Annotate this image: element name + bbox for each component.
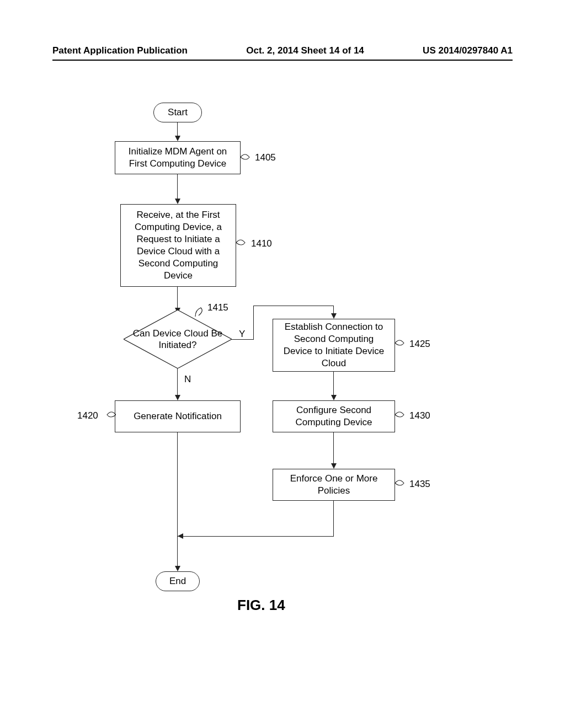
edge-1425-1430: [333, 372, 334, 396]
step-1410: Receive, at the First Computing Device, …: [120, 204, 236, 287]
flowchart: Start Initialize MDM Agent on First Comp…: [0, 0, 565, 728]
lead-1430: [395, 409, 408, 420]
end-terminal: End: [156, 571, 200, 591]
lead-1425: [395, 338, 408, 349]
lead-1415: [193, 306, 206, 319]
edge-1415-yes-h1: [232, 339, 254, 340]
step-1405: Initialize MDM Agent on First Computing …: [115, 141, 241, 174]
edge-merge-end-head: [175, 566, 180, 571]
start-terminal: Start: [153, 103, 202, 122]
lead-1435: [395, 478, 408, 489]
edge-1425-1430-head: [331, 395, 337, 400]
lead-1410: [236, 237, 249, 248]
step-1435-label: Enforce One or More Policies: [279, 473, 389, 497]
edge-1405-1410: [177, 174, 178, 200]
edge-1415-yes-v1: [253, 306, 254, 340]
ref-1410: 1410: [251, 238, 272, 249]
ref-1420: 1420: [77, 410, 98, 421]
step-1420: Generate Notification: [115, 400, 241, 432]
step-1435: Enforce One or More Policies: [273, 469, 395, 501]
edge-merge-head: [178, 533, 183, 539]
step-1420-label: Generate Notification: [134, 410, 222, 422]
edge-1435-left: [178, 536, 334, 537]
ref-1435: 1435: [409, 479, 430, 490]
ref-1425: 1425: [409, 339, 430, 350]
edge-1415-yes-head: [331, 313, 337, 319]
edge-1430-1435-head: [331, 463, 337, 469]
step-1430: Configure Second Computing Device: [273, 400, 395, 432]
edge-1415-no: [177, 368, 178, 396]
edge-1435-down: [333, 501, 334, 536]
branch-no: N: [184, 374, 191, 385]
edge-1410-1415: [177, 287, 178, 309]
figure-caption: FIG. 14: [237, 597, 285, 614]
lead-1405: [241, 152, 254, 163]
lead-1420: [103, 409, 116, 420]
step-1410-label: Receive, at the First Computing Device, …: [126, 209, 230, 282]
branch-yes: Y: [239, 329, 245, 340]
step-1430-label: Configure Second Computing Device: [279, 404, 389, 429]
start-label: Start: [168, 107, 188, 118]
step-1405-label: Initialize MDM Agent on First Computing …: [121, 146, 234, 170]
step-1425: Establish Connection to Second Computing…: [273, 319, 395, 372]
decision-1415-label: Can Device Cloud Be Initiated?: [124, 328, 232, 351]
edge-1430-1435: [333, 432, 334, 464]
edge-start-1405: [177, 122, 178, 137]
decision-1415: Can Device Cloud Be Initiated?: [124, 310, 232, 368]
ref-1415: 1415: [207, 302, 228, 313]
edge-start-1405-head: [175, 136, 180, 141]
ref-1405: 1405: [255, 152, 276, 163]
edge-1405-1410-head: [175, 199, 180, 204]
edge-merge-end: [177, 536, 178, 567]
step-1425-label: Establish Connection to Second Computing…: [279, 321, 389, 370]
edge-1415-no-head: [175, 395, 180, 400]
ref-1430: 1430: [409, 410, 430, 421]
end-label: End: [169, 576, 186, 587]
edge-1415-yes-h2: [253, 306, 334, 306]
